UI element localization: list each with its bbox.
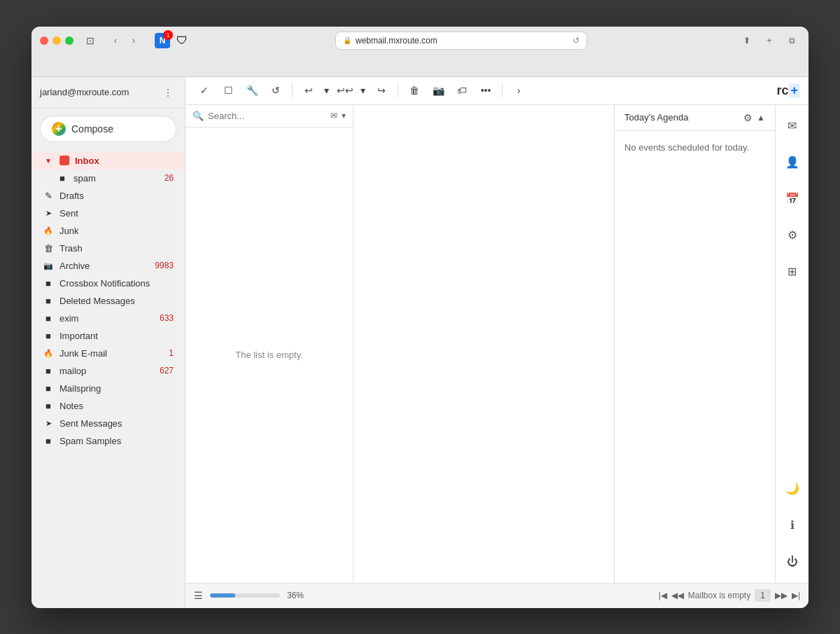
- sidebar-item-exim[interactable]: ■ exim 633: [31, 310, 185, 327]
- crossbox-label: Crossbox Notifications: [59, 278, 174, 289]
- reply-button[interactable]: ↩: [298, 80, 319, 101]
- sent-icon: ➤: [43, 209, 54, 218]
- compose-button[interactable]: + Compose: [40, 116, 176, 142]
- filter-envelope-icon[interactable]: ✉: [330, 111, 337, 120]
- tag-button[interactable]: 🏷: [451, 80, 472, 101]
- email-preview: [354, 105, 614, 583]
- trash-label: Trash: [59, 243, 174, 254]
- account-menu-button[interactable]: ⋮: [160, 84, 176, 101]
- reply-all-dropdown[interactable]: ▾: [357, 80, 368, 101]
- sidebar-item-sent-messages[interactable]: ➤ Sent Messages: [31, 415, 185, 432]
- first-page-btn[interactable]: |◀: [659, 591, 667, 600]
- info-btn[interactable]: ℹ: [780, 513, 805, 538]
- reply-dropdown[interactable]: ▾: [321, 80, 332, 101]
- dark-mode-btn[interactable]: 🌙: [780, 476, 805, 502]
- sidebar-item-spam-samples[interactable]: ■ Spam Samples: [31, 432, 185, 450]
- tab-notification[interactable]: N 1: [155, 33, 170, 48]
- maximize-button[interactable]: [65, 36, 74, 45]
- agenda-collapse-icon[interactable]: ▲: [757, 113, 765, 123]
- lock-icon: 🔒: [343, 36, 351, 44]
- rc-text: rc: [776, 83, 788, 98]
- tabs-icon[interactable]: ⧉: [783, 32, 800, 49]
- sidebar-item-inbox[interactable]: ▼ Inbox: [31, 152, 185, 170]
- power-btn[interactable]: ⏻: [780, 549, 805, 574]
- mail-icon-btn[interactable]: ✉: [780, 113, 805, 139]
- junk-email-label: Junk E-mail: [59, 348, 163, 359]
- sidebar-item-sent[interactable]: ➤ Sent: [31, 205, 185, 222]
- sidebar-item-junk[interactable]: 🔥 Junk: [31, 222, 185, 240]
- compose-plus-icon: +: [52, 122, 66, 136]
- sidebar-toggle-icon[interactable]: ⊡: [82, 32, 99, 49]
- close-button[interactable]: [40, 36, 48, 45]
- back-button[interactable]: ‹: [107, 32, 124, 49]
- sidebar-item-drafts[interactable]: ✎ Drafts: [31, 187, 185, 205]
- junk-icon: 🔥: [43, 226, 54, 235]
- new-tab-icon[interactable]: +: [761, 32, 778, 49]
- sidebar: jarland@mxroute.com ⋮ + Compose ▼ Inbox …: [31, 77, 186, 608]
- sidebar-item-crossbox[interactable]: ■ Crossbox Notifications: [31, 275, 185, 292]
- sidebar-item-important[interactable]: ■ Important: [31, 327, 185, 345]
- archive-badge: 9983: [155, 261, 174, 270]
- prev-page-btn[interactable]: ◀◀: [671, 591, 684, 600]
- email-panel: 🔍 ✉ ▾ The list is empty. Today's Agenda: [186, 105, 808, 583]
- agenda-settings-icon[interactable]: ⚙: [743, 112, 752, 123]
- sidebar-item-junk-email[interactable]: 🔥 Junk E-mail 1: [31, 345, 185, 362]
- inbox-collapse-icon: ▼: [43, 157, 54, 165]
- important-label: Important: [59, 331, 174, 341]
- reply-group: ↩ ▾: [298, 80, 332, 101]
- more-actions-button[interactable]: •••: [475, 80, 496, 101]
- contact-icon-btn[interactable]: 👤: [780, 150, 805, 175]
- mailop-badge: 627: [160, 366, 174, 375]
- search-input[interactable]: [208, 111, 326, 121]
- mailspring-label: Mailspring: [59, 383, 174, 394]
- separator-3: [502, 83, 503, 97]
- sidebar-item-mailop[interactable]: ■ mailop 627: [31, 362, 185, 380]
- last-page-btn[interactable]: ▶|: [792, 591, 800, 600]
- calendar-icon-btn[interactable]: 📅: [780, 186, 805, 212]
- archive-button[interactable]: 📷: [428, 80, 449, 101]
- address-bar[interactable]: 🔒 webmail.mxroute.com ↺: [335, 32, 587, 50]
- mailop-label: mailop: [59, 366, 154, 376]
- spam-samples-label: Spam Samples: [59, 436, 174, 446]
- delete-button[interactable]: 🗑: [404, 80, 425, 101]
- inbox-icon: [59, 156, 69, 165]
- no-events-text: No events scheduled for today.: [624, 142, 749, 153]
- spam-samples-icon: ■: [43, 436, 54, 446]
- status-bar: ☰ 36% |◀ ◀◀ Mailbox is empty 1 ▶▶ ▶|: [186, 583, 808, 608]
- sidebar-item-mailspring[interactable]: ■ Mailspring: [31, 380, 185, 397]
- email-list: 🔍 ✉ ▾ The list is empty.: [186, 105, 354, 583]
- progress-fill: [210, 593, 235, 598]
- refresh-button[interactable]: ↺: [265, 80, 286, 101]
- browser-window: ⊡ ‹ › N 1 🛡 🔒 webmail.mxroute.com: [31, 27, 808, 608]
- apps-icon-btn[interactable]: ⊞: [780, 259, 805, 284]
- main-area: ✓ ☐ 🔧 ↺ ↩ ▾ ↩↩ ▾ ↪ 🗑 📷 🏷 •••: [186, 77, 808, 608]
- browser-actions: ⬆ + ⧉: [738, 32, 800, 49]
- sent-label: Sent: [59, 208, 174, 219]
- refresh-icon[interactable]: ↺: [573, 36, 580, 46]
- crossbox-icon: ■: [43, 278, 54, 289]
- minimize-button[interactable]: [52, 36, 61, 45]
- important-icon: ■: [43, 331, 54, 341]
- compose-new-button[interactable]: ☐: [218, 80, 239, 101]
- share-icon[interactable]: ⬆: [738, 32, 755, 49]
- compose-label: Compose: [71, 123, 113, 135]
- browser-chrome: ⊡ ‹ › N 1 🛡 🔒 webmail.mxroute.com: [31, 27, 808, 77]
- forward-button[interactable]: ›: [125, 32, 142, 49]
- sidebar-item-archive[interactable]: 📷 Archive 9983: [31, 257, 185, 275]
- next-page-btn[interactable]: ▶▶: [775, 591, 788, 600]
- exim-label: exim: [59, 313, 154, 324]
- agenda-panel: Today's Agenda ⚙ ▲ No events scheduled f…: [614, 105, 775, 583]
- settings-icon-btn[interactable]: ⚙: [780, 223, 805, 248]
- shield-icon: 🛡: [174, 33, 190, 48]
- expand-button[interactable]: ›: [508, 80, 529, 101]
- settings-button[interactable]: 🔧: [241, 80, 262, 101]
- filter-dropdown-icon[interactable]: ▾: [342, 111, 346, 120]
- check-all-button[interactable]: ✓: [194, 80, 215, 101]
- sidebar-item-notes[interactable]: ■ Notes: [31, 397, 185, 415]
- sidebar-item-spam[interactable]: ■ spam 26: [31, 170, 185, 187]
- forward-button[interactable]: ↪: [371, 80, 392, 101]
- empty-list-text: The list is empty.: [235, 350, 303, 360]
- sidebar-item-trash[interactable]: 🗑 Trash: [31, 240, 185, 257]
- sidebar-item-deleted[interactable]: ■ Deleted Messages: [31, 292, 185, 310]
- reply-all-button[interactable]: ↩↩: [335, 80, 356, 101]
